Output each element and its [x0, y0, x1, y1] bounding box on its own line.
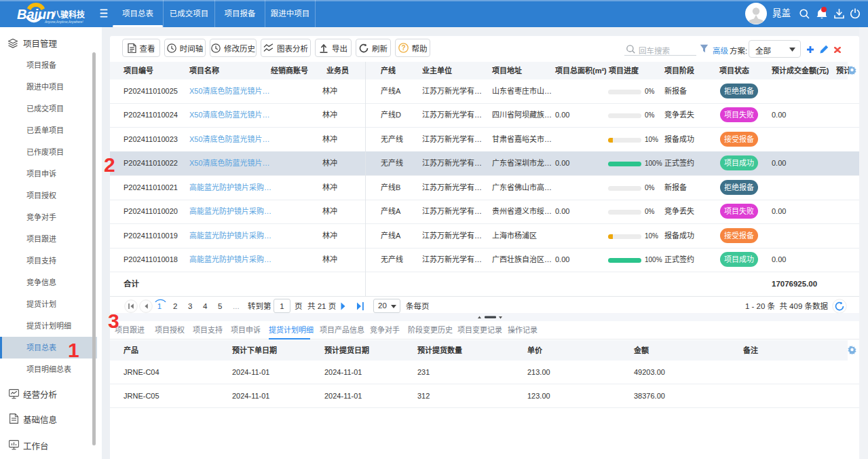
svg-text:八骏科技: 八骏科技	[52, 10, 86, 20]
svg-text:Bajun: Bajun	[17, 7, 55, 22]
svg-text:?: ?	[401, 44, 405, 52]
svg-text:Anyone,Anytime,Anywhere!: Anyone,Anytime,Anywhere!	[44, 20, 83, 24]
